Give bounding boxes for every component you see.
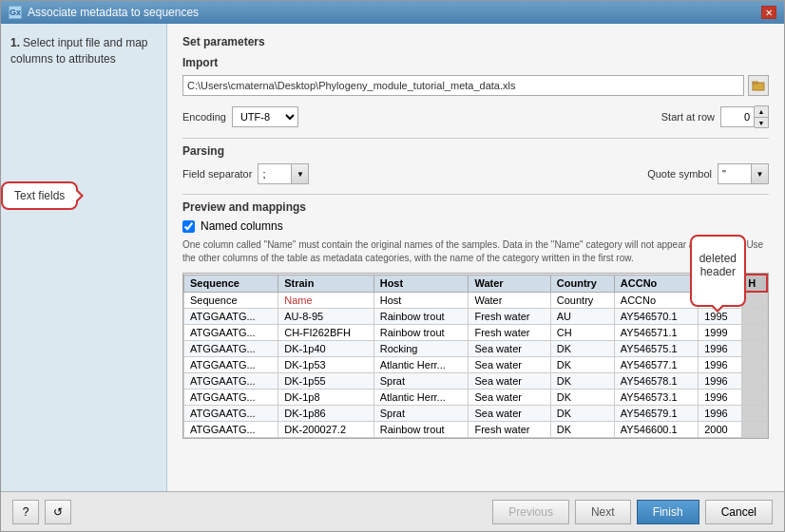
table-row: Sequence Name Host Water Country ACCNo Y… (184, 292, 768, 308)
cell: Sea water (469, 356, 550, 372)
cell: ATGGAATG... (184, 372, 278, 389)
params-row: Encoding UTF-8 Start at row ▲ ▼ (182, 105, 769, 128)
table-header-row: Sequence Strain Host Water Country ACCNo… (184, 275, 768, 292)
col-header-country: Country (550, 275, 614, 292)
cell: DK (550, 372, 614, 389)
cell: Sea water (469, 389, 550, 405)
parsing-row: Field separator ▼ Quote symbol ▼ (182, 163, 769, 184)
cell: DK-1p86 (278, 405, 373, 421)
cell: ATGGAATG... (184, 405, 278, 421)
table-row: ATGGAATG... DK-1p86 Sprat Sea water DK A… (184, 405, 768, 421)
col-header-water: Water (469, 275, 550, 292)
cell: Water (469, 292, 550, 308)
preview-table: Sequence Strain Host Water Country ACCNo… (183, 274, 768, 438)
cell: 1996 (699, 372, 742, 389)
cell: DK-1p55 (278, 372, 373, 389)
start-at-row-spinbox: ▲ ▼ (720, 105, 769, 128)
cell: AU-8-95 (278, 308, 373, 324)
cell: DK-1p40 (278, 340, 373, 356)
spin-down-button[interactable]: ▼ (755, 117, 768, 127)
table-row: ATGGAATG... DK-1p8 Atlantic Herr... Sea … (184, 389, 768, 405)
step-number: 1. (10, 36, 20, 49)
next-button[interactable]: Next (575, 500, 631, 524)
cell: Sea water (469, 405, 550, 421)
deleted-header-label: deleted header (699, 252, 737, 278)
cell: CH-FI262BFH (278, 324, 373, 340)
spin-up-button[interactable]: ▲ (755, 106, 768, 117)
cell-deleted (741, 308, 767, 324)
quote-symbol-label: Quote symbol (647, 168, 712, 180)
cell: DK (550, 389, 614, 405)
set-parameters-title: Set parameters (182, 35, 769, 48)
cell: ATGGAATG... (184, 356, 278, 372)
bottom-bar: ? ↺ Previous Next Finish Cancel (1, 491, 784, 531)
divider-2 (182, 194, 769, 195)
field-separator-arrow[interactable]: ▼ (292, 163, 309, 184)
title-bar: Gx Associate metadata to sequences ✕ (1, 1, 784, 24)
cancel-button[interactable]: Cancel (705, 500, 773, 524)
file-path-input[interactable] (182, 75, 744, 96)
named-columns-checkbox[interactable] (182, 220, 195, 233)
main-panel: Set parameters Import Encoding (167, 24, 784, 491)
left-sidebar: 1. Select input file and map columns to … (1, 24, 167, 491)
cell: Atlantic Herr... (373, 356, 469, 372)
cell: AY546577.1 (614, 356, 698, 372)
start-at-row-group: Start at row ▲ ▼ (661, 105, 769, 128)
table-container-wrapper: deleted header Sequence Strain Host (182, 273, 769, 439)
previous-button[interactable]: Previous (492, 500, 569, 524)
help-button[interactable]: ? (12, 500, 39, 524)
browse-button[interactable] (748, 75, 769, 96)
cell: 1996 (699, 340, 742, 356)
cell: DK-200027.2 (278, 421, 373, 437)
preview-table-wrapper[interactable]: Sequence Strain Host Water Country ACCNo… (182, 273, 769, 439)
cell-deleted (741, 340, 767, 356)
encoding-select[interactable]: UTF-8 (232, 106, 298, 127)
help-icon: ? (23, 505, 29, 519)
cell: AY546578.1 (614, 372, 698, 389)
cell: Rainbow trout (373, 308, 469, 324)
cell: Rainbow trout (373, 421, 469, 437)
field-separator-label: Field separator (182, 168, 252, 180)
cell: Sequence (184, 292, 278, 308)
preview-label: Preview and mappings (182, 200, 769, 214)
cell: AY546579.1 (614, 405, 698, 421)
cell: AY546571.1 (614, 324, 698, 340)
cell: DK (550, 421, 614, 437)
reset-icon: ↺ (53, 505, 63, 519)
cell: AY546570.1 (614, 308, 698, 324)
divider-1 (182, 138, 769, 139)
table-row: ATGGAATG... DK-1p53 Atlantic Herr... Sea… (184, 356, 768, 372)
cell: 1996 (699, 405, 742, 421)
cell: AU (550, 308, 614, 324)
field-separator-input[interactable] (258, 163, 292, 184)
cell: DK-1p53 (278, 356, 373, 372)
encoding-label: Encoding (182, 111, 226, 123)
cell: AY546575.1 (614, 340, 698, 356)
quote-symbol-input[interactable] (718, 163, 752, 184)
table-row: ATGGAATG... CH-FI262BFH Rainbow trout Fr… (184, 324, 768, 340)
cell: DK (550, 356, 614, 372)
info-text: One column called "Name" must contain th… (182, 238, 769, 265)
named-columns-label: Named columns (201, 219, 283, 233)
title-bar-left: Gx Associate metadata to sequences (9, 6, 199, 19)
col-header-accno: ACCNo (614, 275, 698, 292)
step-label: 1. Select input file and map columns to … (10, 35, 157, 67)
parsing-label: Parsing (182, 144, 769, 158)
finish-button[interactable]: Finish (637, 500, 699, 524)
close-button[interactable]: ✕ (761, 6, 776, 19)
table-row: ATGGAATG... DK-200027.2 Rainbow trout Fr… (184, 421, 768, 437)
quote-symbol-dropdown: ▼ (718, 163, 769, 184)
cell: CH (550, 324, 614, 340)
cell: AY546600.1 (614, 421, 698, 437)
quote-symbol-group: Quote symbol ▼ (647, 163, 769, 184)
cell: Sea water (469, 340, 550, 356)
named-columns-row: Named columns (182, 219, 769, 233)
text-fields-callout-label: Text fields (14, 189, 65, 202)
field-separator-group: Field separator ▼ (182, 163, 309, 184)
bottom-right-buttons: Previous Next Finish Cancel (492, 500, 773, 524)
reset-button[interactable]: ↺ (45, 500, 71, 524)
deleted-header-callout: deleted header (690, 235, 746, 307)
start-at-row-input[interactable] (720, 106, 755, 127)
cell-deleted (741, 324, 767, 340)
quote-symbol-arrow[interactable]: ▼ (752, 163, 769, 184)
